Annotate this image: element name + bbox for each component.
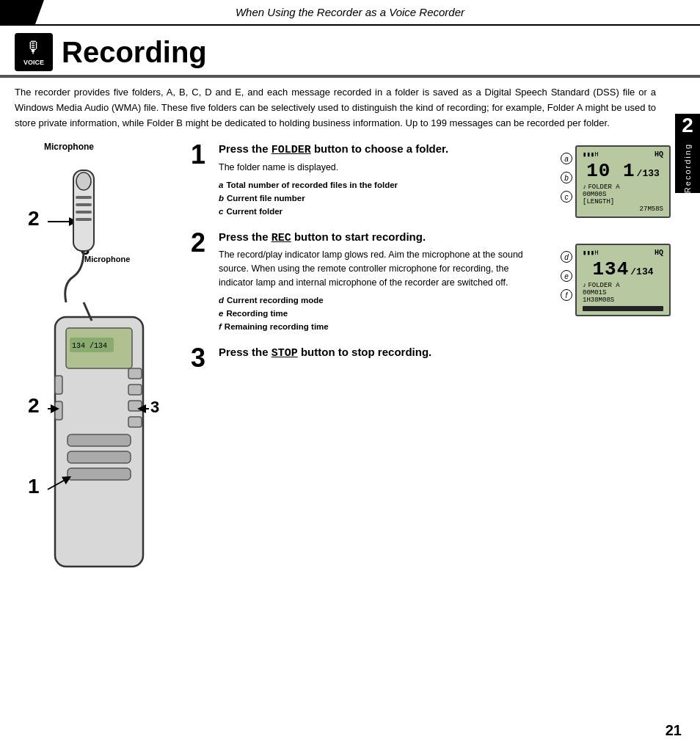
display1-side-labels: a b c	[561, 145, 572, 203]
display2-folder-text: FOLDER A	[588, 282, 619, 289]
display2-quality: HQ	[655, 249, 663, 257]
step-1-desc: The folder name is displayed.	[219, 161, 524, 175]
label-d: d	[561, 251, 572, 263]
step-3: 3 Press the STOP button to stop recordin…	[191, 345, 524, 371]
step-3-keyword: STOP	[271, 347, 298, 360]
display2-remaining: 1H38M08S	[583, 296, 614, 304]
display1-time-row: 27M58S	[583, 205, 663, 213]
display1-time: 27M58S	[640, 205, 663, 213]
display2-files: 00M01S	[583, 289, 606, 296]
svg-text:3: 3	[150, 398, 159, 416]
display2-lcd: ▮▮▮H HQ 134 /134 ♪ FOLDER A 00M01S	[575, 244, 671, 316]
display1-fraction: /133	[637, 168, 660, 179]
step-3-number: 3	[191, 345, 213, 371]
display1-lcd: ▮▮▮H HQ 10 1 /133 ♪ FOLDER A 00M00S	[575, 145, 671, 218]
device-diagram: 2 3 Microphone	[15, 156, 183, 583]
svg-rect-15	[128, 368, 142, 379]
step-1-title-post: button to choose a folder.	[311, 142, 449, 155]
step-3-title-pre: Press the	[219, 346, 271, 358]
voice-label: VOICE	[23, 59, 44, 66]
svg-rect-21	[68, 434, 131, 446]
voice-icon: 🎙 VOICE	[15, 33, 53, 71]
svg-rect-20	[55, 401, 62, 420]
display1-files: 00M00S	[583, 191, 606, 198]
diagram-area: Microphone 2 3	[15, 142, 183, 583]
content-area: Microphone 2 3	[15, 142, 685, 583]
header-title: When Using the Recorder as a Voice Recor…	[236, 6, 464, 18]
step-2-title: Press the REC button to start recording.	[219, 230, 524, 246]
instructions-area: 1 Press the FOLDER button to choose a fo…	[191, 142, 553, 583]
display2-wrapper: d e f ▮▮▮H HQ 134 /134 ♪ FOLDER A	[561, 244, 685, 316]
display1-folder-icon: ♪	[583, 183, 586, 191]
svg-rect-7	[76, 211, 92, 214]
display1-folder-row: ♪ FOLDER A	[583, 183, 663, 191]
displays-column: a b c ▮▮▮H HQ 10 1 /133 ♪ FOLDER A	[561, 142, 685, 583]
step-1-list-item-c: c Current folder	[219, 205, 524, 218]
display2-bar	[583, 306, 663, 311]
display2-battery: ▮▮▮H	[583, 249, 599, 257]
display1-wrapper: a b c ▮▮▮H HQ 10 1 /133 ♪ FOLDER A	[561, 145, 685, 218]
svg-rect-17	[128, 401, 142, 411]
svg-rect-22	[68, 451, 131, 463]
label-a: a	[561, 153, 572, 164]
step-1-number: 1	[191, 142, 213, 168]
display1-quality: HQ	[655, 150, 663, 159]
step-1-list: a Total number of recorded files in the …	[219, 178, 524, 219]
display1-main-row: 10 1 /133	[583, 160, 663, 182]
main-content: The recorder provides five folders, A, B…	[0, 85, 700, 583]
step-2-list-item-e: e Recording time	[219, 307, 524, 320]
svg-point-4	[76, 172, 91, 190]
header-bar: When Using the Recorder as a Voice Recor…	[0, 0, 700, 26]
display2-remaining-row: 1H38M08S	[583, 296, 663, 304]
step-1-list-item-b: b Current file number	[219, 192, 524, 205]
step-2-list: d Current recording mode e Recording tim…	[219, 294, 524, 334]
svg-text:Microphone: Microphone	[84, 255, 130, 263]
svg-rect-6	[76, 203, 92, 206]
step-1-title-pre: Press the	[219, 142, 271, 155]
step-1-list-item-a: a Total number of recorded files in the …	[219, 178, 524, 192]
page-title: Recording	[62, 36, 207, 69]
display1-files-row: 00M00S	[583, 191, 663, 198]
display1-length-row: [LENGTH]	[583, 198, 663, 205]
step-3-content: Press the STOP button to stop recording.	[219, 345, 524, 364]
display2-folder-row: ♪ FOLDER A	[583, 282, 663, 289]
step-3-title-post: button to stop recording.	[298, 346, 431, 358]
display2-files-row: 00M01S	[583, 289, 663, 296]
step-2-title-pre: Press the	[219, 230, 271, 243]
label-b: b	[561, 172, 572, 183]
svg-text:1: 1	[28, 475, 40, 498]
step-2: 2 Press the REC button to start recordin…	[191, 230, 524, 334]
page-title-section: 🎙 VOICE Recording	[0, 26, 700, 78]
display1-top-row: ▮▮▮H HQ	[583, 150, 663, 159]
svg-rect-19	[55, 376, 62, 394]
svg-text:134 /134: 134 /134	[72, 342, 107, 350]
step-2-keyword: REC	[271, 232, 291, 244]
intro-paragraph: The recorder provides five folders, A, B…	[15, 85, 685, 131]
step-2-content: Press the REC button to start recording.…	[219, 230, 524, 334]
display2-folder-icon: ♪	[583, 282, 586, 289]
step-2-title-post: button to start recording.	[291, 230, 426, 243]
display1-length: [LENGTH]	[583, 198, 614, 205]
step-1-title: Press the FOLDER button to choose a fold…	[219, 142, 524, 158]
display1-battery: ▮▮▮H	[583, 150, 599, 159]
display2-side-labels: d e f	[561, 244, 572, 301]
label-e: e	[561, 270, 572, 282]
svg-text:2: 2	[28, 207, 40, 230]
display1-folder-text: FOLDER A	[588, 183, 619, 191]
display2-top-row: ▮▮▮H HQ	[583, 249, 663, 257]
step-1-keyword: FOLDER	[271, 144, 311, 156]
display2-main-number: 134	[592, 258, 629, 280]
microphone-top-label: Microphone	[44, 142, 183, 152]
label-f: f	[561, 289, 572, 301]
display1-main-number: 10 1	[586, 160, 635, 182]
svg-rect-5	[76, 196, 92, 199]
svg-rect-23	[68, 468, 131, 480]
step-1-content: Press the FOLDER button to choose a fold…	[219, 142, 524, 218]
page-number: 21	[666, 722, 682, 739]
microphone-icon: 🎙	[26, 38, 42, 57]
svg-text:2: 2	[28, 394, 40, 417]
step-2-list-item-f: f Remaining recording time	[219, 320, 524, 333]
label-c: c	[561, 191, 572, 203]
step-2-list-item-d: d Current recording mode	[219, 294, 524, 307]
chapter-number: 2	[682, 114, 693, 137]
